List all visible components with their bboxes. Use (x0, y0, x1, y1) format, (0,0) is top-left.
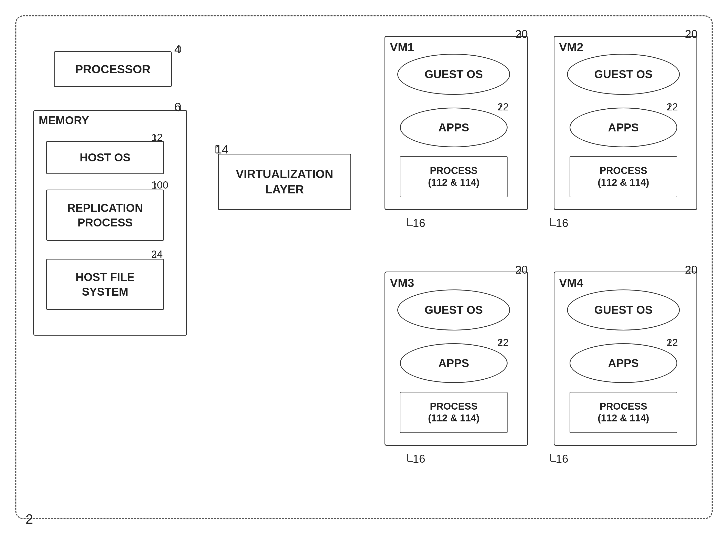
vm2-guest-os-ellipse: GUEST OS (567, 54, 680, 95)
outer-ref-label: 2 (26, 511, 33, 527)
processor-box: PROCESSOR (54, 51, 172, 87)
vm3-ref-bracket (508, 265, 522, 275)
virtualization-layer-box: VIRTUALIZATIONLAYER (218, 154, 351, 210)
vm3-apps-label: APPS (438, 357, 469, 370)
vm1-apps-ref-bracket (490, 102, 502, 112)
host-os-label: HOST OS (80, 151, 130, 164)
vm1-title: VM1 (390, 40, 414, 54)
replication-process-box: REPLICATIONPROCESS (46, 190, 164, 241)
vm2-title: VM2 (559, 40, 583, 54)
vm4-process-ref-line (548, 452, 560, 463)
host-file-system-label: HOST FILESYSTEM (76, 270, 135, 299)
vm1-process-rect: PROCESS(112 & 114) (400, 156, 508, 197)
vm1-guest-os-ellipse: GUEST OS (397, 54, 510, 95)
vm3-guest-os-ellipse: GUEST OS (397, 289, 510, 330)
vm4-process-label: PROCESS(112 & 114) (598, 401, 649, 424)
vm2-ref-bracket (677, 29, 691, 39)
virtualization-layer-label: VIRTUALIZATIONLAYER (236, 167, 333, 197)
vm4-guest-os-ellipse: GUEST OS (567, 289, 680, 330)
vm3-guest-os-label: GUEST OS (424, 303, 483, 316)
vm3-apps-ref-bracket (490, 338, 502, 347)
vm1-process-label: PROCESS(112 & 114) (428, 165, 480, 188)
replication-process-label: REPLICATIONPROCESS (67, 201, 143, 230)
vm2-process-label: PROCESS(112 & 114) (598, 165, 649, 188)
vm1-process-ref-line (405, 217, 417, 227)
vm2-apps-ellipse: APPS (570, 108, 677, 147)
vm3-process-label: PROCESS(112 & 114) (428, 401, 480, 424)
replication-ref-bracket (143, 181, 157, 191)
host-file-system-ref-bracket (144, 250, 157, 260)
vm4-guest-os-label: GUEST OS (594, 303, 652, 316)
vm4-apps-ref-bracket (659, 338, 671, 347)
vm4-apps-ellipse: APPS (570, 343, 677, 383)
vm4-apps-label: APPS (608, 357, 639, 370)
host-file-system-box: HOST FILESYSTEM (46, 259, 164, 310)
memory-ref-bracket (167, 101, 182, 113)
host-os-ref-bracket (144, 133, 157, 143)
vm3-apps-ellipse: APPS (400, 343, 508, 383)
vm1-guest-os-label: GUEST OS (424, 68, 483, 81)
vm4-ref-bracket (677, 265, 691, 275)
vm3-process-ref-line (405, 452, 417, 463)
processor-label: PROCESSOR (75, 62, 150, 76)
vm1-ref-bracket (508, 29, 522, 39)
vm2-guest-os-label: GUEST OS (594, 68, 652, 81)
vm3-title: VM3 (390, 276, 414, 290)
vm2-apps-label: APPS (608, 121, 639, 134)
vm4-process-rect: PROCESS(112 & 114) (570, 392, 677, 433)
host-os-box: HOST OS (46, 141, 164, 174)
vm1-apps-label: APPS (438, 121, 469, 134)
processor-ref-bracket (167, 43, 182, 55)
vm2-process-rect: PROCESS(112 & 114) (570, 156, 677, 197)
vm2-process-ref-line (548, 217, 560, 227)
memory-label: MEMORY (39, 114, 89, 127)
vm3-process-rect: PROCESS(112 & 114) (400, 392, 508, 433)
vm1-apps-ellipse: APPS (400, 108, 508, 147)
virt-ref-line (205, 143, 219, 155)
vm4-title: VM4 (559, 276, 583, 290)
vm2-apps-ref-bracket (659, 102, 671, 112)
